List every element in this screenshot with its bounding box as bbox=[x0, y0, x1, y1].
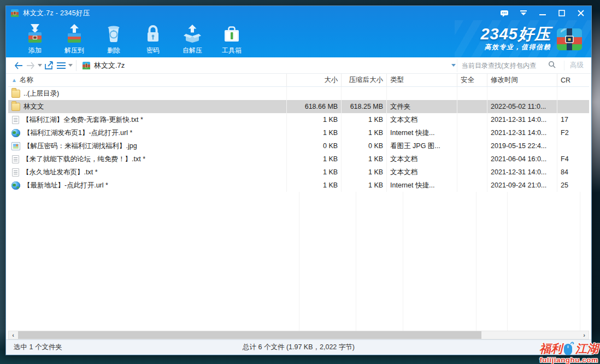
table-row[interactable]: 【福利江湖】全免费-无套路-更新快.txt * 1 KB 1 KB 文本文档 2… bbox=[8, 113, 589, 126]
folder-file-icon bbox=[11, 103, 20, 111]
file-modified-cell: 2022-05-02 11:0... bbox=[487, 100, 557, 113]
watermark-part1: 福利 bbox=[539, 343, 562, 354]
url-file-icon bbox=[11, 129, 20, 137]
search-input[interactable] bbox=[462, 62, 548, 69]
column-header-security[interactable]: 安全 bbox=[457, 74, 487, 86]
file-security-cell bbox=[457, 113, 487, 126]
txt-file-icon bbox=[12, 155, 19, 163]
column-gridline bbox=[299, 192, 299, 331]
toolbar-delete-button[interactable]: 删除 bbox=[96, 22, 132, 56]
file-crc-cell: 17 bbox=[557, 113, 589, 126]
view-list-icon[interactable] bbox=[55, 60, 67, 72]
file-crc-cell bbox=[557, 139, 589, 152]
file-table: ▲ 名称 大小 压缩后大小 类型 安全 修改时间 CR ..(上层目录) 林文文… bbox=[8, 74, 589, 331]
table-row[interactable]: 林文文 618.66 MB 618.25 MB 文件夹 2022-05-02 1… bbox=[8, 100, 589, 113]
column-header-crc[interactable]: CR bbox=[557, 74, 589, 86]
table-row[interactable]: ..(上层目录) bbox=[8, 87, 589, 100]
scroll-right-icon[interactable]: › bbox=[580, 331, 589, 339]
search-icon[interactable] bbox=[548, 61, 556, 71]
file-size-cell: 1 KB bbox=[287, 166, 342, 179]
forward-icon[interactable] bbox=[25, 60, 37, 72]
extract-to-icon bbox=[63, 22, 85, 45]
file-name-text: 【来了就能下载的论坛，纯免费！】.txt * bbox=[22, 155, 145, 164]
menu-dropdown-icon[interactable] bbox=[516, 8, 531, 19]
maximize-button[interactable] bbox=[555, 8, 569, 19]
haozip-window: 林文文.7z - 2345好压 bbox=[5, 5, 592, 355]
scrollbar-thumb[interactable] bbox=[18, 331, 481, 339]
file-packed-size-cell: 1 KB bbox=[342, 166, 387, 179]
file-security-cell bbox=[457, 166, 487, 179]
toolbox-icon bbox=[221, 22, 243, 45]
file-type-cell: 文本文档 bbox=[387, 113, 457, 126]
toolbar-password-button[interactable]: 密码 bbox=[135, 22, 171, 56]
brand-panel: 2345好压 高效专业，值得信赖 bbox=[455, 20, 591, 57]
brand-title: 2345好压 bbox=[480, 26, 551, 42]
column-header-type[interactable]: 类型 bbox=[387, 74, 457, 86]
column-gridline bbox=[403, 192, 403, 331]
txt-file-icon bbox=[12, 116, 19, 124]
toolbar-extract-button[interactable]: 解压到 bbox=[56, 22, 92, 56]
view-caret-icon[interactable] bbox=[67, 60, 74, 72]
column-gridline bbox=[507, 192, 508, 331]
file-type-cell: 文件夹 bbox=[387, 100, 457, 113]
file-crc-cell: 84 bbox=[557, 166, 589, 179]
trash-icon bbox=[103, 22, 125, 45]
file-size-cell: 1 KB bbox=[287, 113, 342, 126]
file-type-cell: Internet 快捷... bbox=[387, 126, 457, 139]
close-button[interactable] bbox=[574, 8, 588, 19]
toolbar-toolbox-button[interactable]: 工具箱 bbox=[214, 22, 250, 56]
address-bar: 林文文.7z 高级 bbox=[6, 57, 591, 74]
file-security-cell bbox=[457, 100, 487, 113]
toolbar-button-label: 添加 bbox=[28, 46, 42, 55]
horizontal-scrollbar[interactable]: ‹ › bbox=[8, 331, 589, 339]
extract-shortcut-icon[interactable] bbox=[43, 60, 55, 72]
archive-file-icon bbox=[82, 61, 91, 70]
column-header-name[interactable]: ▲ 名称 bbox=[8, 74, 287, 86]
file-size-cell: 1 KB bbox=[287, 152, 342, 166]
titlebar[interactable]: 林文文.7z - 2345好压 bbox=[6, 6, 591, 20]
brand-slogan: 高效专业，值得信赖 bbox=[480, 43, 551, 52]
toolbar-add-button[interactable]: 添加 bbox=[17, 22, 53, 56]
column-header-modified[interactable]: 修改时间 bbox=[487, 74, 557, 86]
table-row[interactable]: 【永久地址发布页】.txt * 1 KB 1 KB 文本文档 2021-12-3… bbox=[8, 166, 589, 179]
file-name-cell: ..(上层目录) bbox=[8, 87, 287, 100]
file-type-cell bbox=[387, 87, 457, 100]
file-name-text: 【福利江湖发布页1】-点此打开.url * bbox=[23, 128, 132, 138]
toolbar-sfx-button[interactable]: 自解压 bbox=[174, 22, 210, 56]
watermark-domain: fulijianghu.com bbox=[539, 356, 598, 364]
add-to-archive-icon bbox=[24, 22, 46, 45]
feedback-icon[interactable] bbox=[497, 8, 511, 19]
file-security-cell bbox=[457, 139, 487, 152]
file-security-cell bbox=[457, 152, 487, 166]
file-size-cell bbox=[287, 87, 342, 100]
address-path-field[interactable]: 林文文.7z bbox=[80, 59, 457, 72]
file-name-text: 【福利江湖】全免费-无套路-更新快.txt * bbox=[22, 115, 143, 125]
file-packed-size-cell: 1 KB bbox=[342, 152, 387, 166]
txt-file-icon bbox=[12, 168, 19, 177]
history-caret-icon[interactable] bbox=[37, 60, 43, 72]
minimize-button[interactable] bbox=[536, 8, 550, 19]
column-header-size[interactable]: 大小 bbox=[287, 74, 342, 86]
table-row[interactable]: 【解压密码：来福利江湖找福利】.jpg 0 KB 0 KB 看图王 JPG 图.… bbox=[8, 139, 589, 152]
folder-file-icon bbox=[11, 90, 20, 98]
advanced-search-button[interactable]: 高级 bbox=[564, 61, 588, 71]
toolbar-button-label: 密码 bbox=[146, 46, 160, 55]
table-row[interactable]: 【来了就能下载的论坛，纯免费！】.txt * 1 KB 1 KB 文本文档 20… bbox=[8, 152, 589, 166]
file-list: ..(上层目录) 林文文 618.66 MB 618.25 MB 文件夹 202… bbox=[8, 87, 589, 192]
mouse-icon bbox=[563, 341, 574, 356]
scroll-left-icon[interactable]: ‹ bbox=[9, 331, 17, 339]
column-gridline bbox=[580, 192, 580, 331]
table-row[interactable]: 【福利江湖发布页1】-点此打开.url * 1 KB 1 KB Internet… bbox=[8, 126, 589, 139]
lock-icon bbox=[142, 22, 164, 45]
self-extract-icon bbox=[181, 22, 203, 45]
address-dropdown-icon[interactable] bbox=[450, 60, 457, 72]
column-header-packed[interactable]: 压缩后大小 bbox=[342, 74, 387, 86]
status-bar: 选中 1 个文件夹 总计 6 个文件 (1.97 KB，2,022 字节) bbox=[6, 339, 591, 355]
file-packed-size-cell: 1 KB bbox=[342, 113, 387, 126]
back-icon[interactable] bbox=[13, 60, 25, 72]
table-row[interactable]: 【最新地址】-点此打开.url * 1 KB 1 KB Internet 快捷.… bbox=[8, 179, 589, 192]
file-name-text: 林文文 bbox=[23, 102, 44, 111]
file-modified-cell: 2021-12-31 14:0... bbox=[487, 166, 557, 179]
toolbar-button-label: 自解压 bbox=[183, 46, 202, 55]
file-size-cell: 1 KB bbox=[287, 179, 342, 192]
